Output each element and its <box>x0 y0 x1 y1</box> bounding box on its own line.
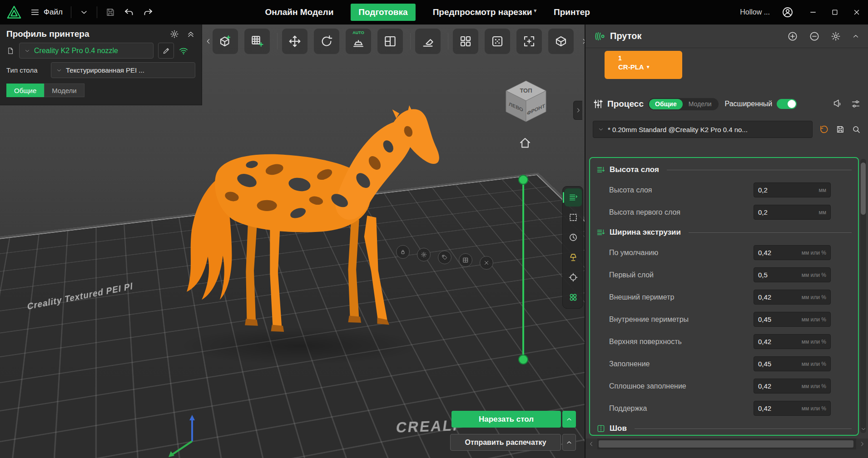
redo-button[interactable] <box>143 7 154 18</box>
section-header[interactable]: Высота слоя <box>596 161 852 179</box>
plates-tool-button[interactable] <box>565 208 582 227</box>
remove-filament-button[interactable] <box>809 31 820 42</box>
tab-label: Принтер <box>554 7 590 17</box>
account-icon[interactable] <box>782 6 794 18</box>
timer-tool-button[interactable] <box>565 228 582 246</box>
plate-arrange-button[interactable] <box>459 253 472 267</box>
toolbar-overflow-right[interactable] <box>580 26 585 56</box>
profile-tab-models[interactable]: Модели <box>44 84 84 97</box>
plate-lock-button[interactable] <box>396 245 410 259</box>
vertical-scrollbar[interactable] <box>860 159 866 433</box>
slice-options-button[interactable] <box>562 411 576 428</box>
save-button[interactable] <box>105 7 115 17</box>
seam-icon <box>596 424 605 433</box>
param-input[interactable]: 0,5мм или % <box>754 267 831 282</box>
preset-select[interactable]: * 0.20mm Standard @Creality K2 Pro 0.4 n… <box>593 121 813 138</box>
param-unit: мм или % <box>802 383 826 389</box>
clipping-slider-knob-bottom[interactable] <box>518 355 528 364</box>
param-input[interactable]: 0,42мм или % <box>754 290 831 305</box>
save-preset-button[interactable] <box>836 125 845 134</box>
plate-settings-button[interactable] <box>417 248 431 261</box>
search-settings-button[interactable] <box>852 125 861 134</box>
process-tab-models[interactable]: Модели <box>683 99 718 109</box>
clipping-slider-knob-top[interactable] <box>518 175 528 185</box>
close-button[interactable] <box>853 8 861 16</box>
process-tab-general[interactable]: Общие <box>649 99 683 109</box>
file-menu-button[interactable]: Файл <box>30 7 63 17</box>
move-tool-button[interactable] <box>282 29 308 54</box>
advanced-toggle[interactable] <box>777 99 797 109</box>
printer-select[interactable]: Creality K2 Pro 0.4 nozzle <box>19 43 154 59</box>
tab-prepare[interactable]: Подготовка <box>351 4 415 21</box>
plates-tool-icon <box>568 212 578 222</box>
param-input[interactable]: 0,45мм или % <box>754 356 831 371</box>
bed-type-select[interactable]: Текстурированная PEI ... <box>51 62 195 78</box>
param-input[interactable]: 0,2мм <box>754 205 831 220</box>
printer-settings-icon[interactable] <box>170 30 179 39</box>
param-input[interactable]: 0,42мм или % <box>754 245 831 260</box>
hscroll-thumb[interactable] <box>599 440 853 448</box>
minimize-button[interactable] <box>809 8 817 16</box>
edit-printer-button[interactable] <box>158 43 174 59</box>
hscroll-track[interactable] <box>597 438 856 449</box>
auto-arrange-tool-button[interactable]: AUTO <box>346 29 371 54</box>
maximize-button[interactable] <box>831 8 839 16</box>
profile-tab-general[interactable]: Общие <box>6 84 44 97</box>
layers-tool-button[interactable] <box>565 188 582 207</box>
plate-name-button[interactable] <box>438 251 451 264</box>
add-filament-button[interactable] <box>787 31 798 42</box>
chevron-right-icon <box>575 107 581 113</box>
assembly-tool-button[interactable] <box>548 29 574 54</box>
send-options-button[interactable] <box>562 434 576 451</box>
filament-settings-button[interactable] <box>831 31 841 41</box>
param-input[interactable]: 0,45мм или % <box>754 312 831 327</box>
param-input[interactable]: 0,42мм или % <box>754 379 831 394</box>
collapse-profile-icon[interactable] <box>186 30 195 39</box>
send-print-button[interactable]: Отправить распечатку <box>450 434 561 451</box>
section-header[interactable]: Шов <box>596 419 852 436</box>
undo-button[interactable] <box>124 7 134 18</box>
random-tool-button[interactable] <box>485 29 510 54</box>
fit-frame-tool-button[interactable] <box>516 29 542 54</box>
tab-preview[interactable]: Предпросмотр нарезки▾ <box>433 7 536 17</box>
split-layout-tool-button[interactable] <box>377 29 403 54</box>
right-toolbar-expand-handle[interactable] <box>573 101 582 120</box>
plate-delete-button[interactable] <box>480 256 493 270</box>
add-primitive-button[interactable] <box>244 29 270 54</box>
rotate-tool-button[interactable] <box>314 29 339 54</box>
compare-presets-icon[interactable] <box>851 99 861 109</box>
pattern-tool-button[interactable] <box>565 288 582 306</box>
reset-preset-button[interactable] <box>819 124 829 134</box>
home-view-button[interactable] <box>518 136 532 150</box>
wifi-icon[interactable] <box>179 46 188 56</box>
clone-tool-button[interactable] <box>453 29 478 54</box>
param-input[interactable]: 0,42мм или % <box>754 401 831 416</box>
tab-online-models[interactable]: Онлайн Модели <box>265 7 333 17</box>
filament-slot-card[interactable]: 1 CR-PLA ▼ <box>605 51 682 79</box>
lamp-tool-button[interactable] <box>565 248 582 266</box>
navigation-cube[interactable]: ТОП ЛЕВО ФРОНТ <box>502 78 550 125</box>
file-dropdown-icon[interactable] <box>79 8 89 17</box>
horizontal-scrollbar[interactable] <box>585 438 868 449</box>
delete-tool-button[interactable] <box>415 29 441 54</box>
announcement-icon[interactable] <box>833 99 843 109</box>
scroll-left-button[interactable] <box>585 438 597 449</box>
collapse-filament-panel-button[interactable] <box>852 32 860 40</box>
scrollbar-thumb[interactable] <box>861 163 866 215</box>
preset-value: * 0.20mm Standard @Creality K2 Pro 0.4 n… <box>608 126 748 133</box>
model-horse[interactable] <box>172 105 452 356</box>
param-value: 0,42 <box>758 382 802 390</box>
clipping-slider-track[interactable] <box>522 180 524 360</box>
tab-printer[interactable]: Принтер <box>554 7 590 17</box>
add-model-button[interactable] <box>213 29 238 54</box>
profile-copy-icon[interactable] <box>6 47 15 55</box>
target-tool-button[interactable] <box>565 268 582 286</box>
param-input[interactable]: 0,2мм <box>754 182 831 197</box>
filament-dropdown-icon[interactable]: ▼ <box>646 64 650 69</box>
scroll-right-button[interactable] <box>856 438 868 449</box>
toolbar-collapse-left[interactable] <box>204 26 213 56</box>
scroll-down-icon[interactable] <box>860 426 867 432</box>
param-input[interactable]: 0,42мм или % <box>754 334 831 349</box>
section-header[interactable]: Ширина экструзии <box>596 223 852 241</box>
slice-plate-button[interactable]: Нарезать стол <box>451 411 561 428</box>
